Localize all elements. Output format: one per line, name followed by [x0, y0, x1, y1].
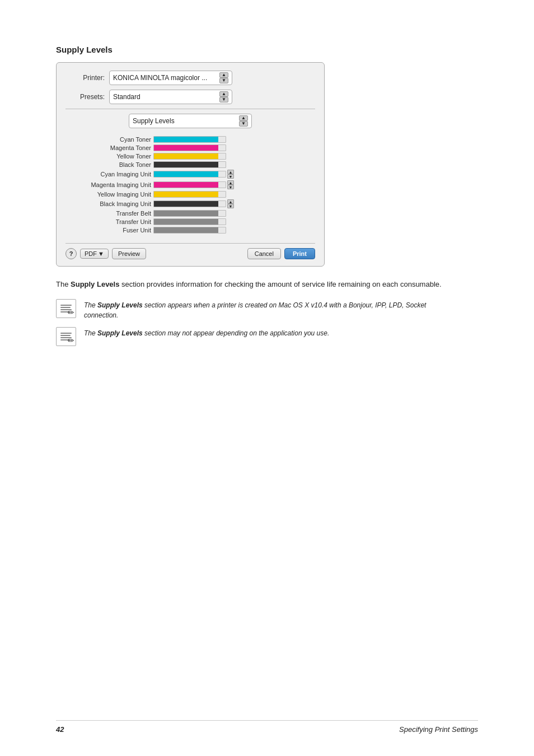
footer-page-number: 42	[56, 725, 64, 734]
bar-inner	[154, 182, 218, 188]
bar-inner	[154, 211, 218, 216]
bar-inner	[154, 137, 218, 142]
bar-label: Yellow Toner	[70, 153, 151, 160]
preview-button[interactable]: Preview	[112, 248, 146, 259]
presets-select[interactable]: Standard ▲ ▼	[109, 90, 232, 104]
divider-1	[65, 109, 315, 109]
bar-label: Magenta Imaging Unit	[70, 181, 151, 188]
note2-bold: Supply Levels	[97, 329, 143, 337]
note-text-1: The Supply Levels section appears when a…	[84, 299, 437, 320]
bar-stepper[interactable]: ▲▼	[227, 170, 234, 179]
bar-inner	[154, 192, 218, 197]
note-block-1: ✏ The Supply Levels section appears when…	[56, 299, 437, 320]
bar-label: Transfer Belt	[70, 210, 151, 217]
bar-outer	[153, 210, 226, 217]
bar-inner	[154, 171, 218, 177]
bar-outer	[153, 161, 226, 168]
printer-select[interactable]: KONICA MINOLTA magicolor ... ▲ ▼	[109, 71, 232, 85]
bar-label: Magenta Toner	[70, 144, 151, 151]
presets-label: Presets:	[65, 93, 105, 101]
printer-label: Printer:	[65, 74, 105, 82]
bar-outer	[153, 144, 226, 151]
dialog-toolbar: ? PDF ▼ Preview Cancel Print	[65, 243, 315, 259]
bar-outer	[153, 200, 226, 207]
note-block-2: ✏ The Supply Levels section may not appe…	[56, 327, 437, 347]
bar-stepper[interactable]: ▲▼	[227, 180, 234, 189]
supply-levels-select[interactable]: Supply Levels ▲ ▼	[129, 114, 252, 128]
bar-row: Cyan Imaging Unit▲▼	[70, 170, 311, 179]
presets-row: Presets: Standard ▲ ▼	[65, 90, 315, 104]
print-dialog: Printer: KONICA MINOLTA magicolor ... ▲ …	[56, 62, 325, 267]
footer-title: Specifying Print Settings	[399, 725, 478, 734]
presets-value: Standard	[113, 93, 217, 101]
printer-stepper[interactable]: ▲ ▼	[219, 72, 228, 83]
bar-label: Cyan Imaging Unit	[70, 171, 151, 178]
bar-outer	[153, 227, 226, 234]
bar-outer	[153, 218, 226, 225]
bar-row: Transfer Belt	[70, 210, 311, 217]
supply-levels-label: Supply Levels	[133, 117, 237, 125]
bar-outer	[153, 191, 226, 198]
bar-label: Yellow Imaging Unit	[70, 191, 151, 198]
presets-stepper-up[interactable]: ▲	[219, 91, 228, 97]
bar-inner	[154, 153, 218, 159]
supply-stepper[interactable]: ▲ ▼	[239, 115, 248, 127]
bar-row: Black Imaging Unit▲▼	[70, 199, 311, 208]
supply-stepper-down[interactable]: ▼	[239, 121, 248, 127]
bar-outer	[153, 153, 226, 160]
bar-row: Magenta Toner	[70, 144, 311, 151]
bar-row: Transfer Unit	[70, 218, 311, 225]
supply-stepper-up[interactable]: ▲	[239, 115, 248, 121]
bar-row: Cyan Toner	[70, 136, 311, 143]
pdf-label: PDF	[85, 250, 97, 257]
bars-container: Cyan TonerMagenta TonerYellow TonerBlack…	[65, 134, 315, 237]
page-footer: 42 Specifying Print Settings	[56, 720, 478, 734]
bar-label: Black Imaging Unit	[70, 200, 151, 207]
bar-row: Yellow Imaging Unit	[70, 191, 311, 198]
printer-value: KONICA MINOLTA magicolor ...	[113, 74, 217, 82]
bar-label: Transfer Unit	[70, 218, 151, 225]
bar-inner	[154, 227, 218, 233]
printer-stepper-up[interactable]: ▲	[219, 72, 228, 78]
section-title: Supply Levels	[56, 45, 478, 54]
bar-row: Fuser Unit	[70, 227, 311, 234]
printer-stepper-down[interactable]: ▼	[219, 78, 228, 83]
note-icon-1: ✏	[56, 299, 79, 319]
print-button[interactable]: Print	[284, 248, 315, 259]
presets-stepper[interactable]: ▲ ▼	[219, 91, 228, 102]
bar-outer	[153, 181, 226, 188]
presets-stepper-down[interactable]: ▼	[219, 97, 228, 102]
cancel-button[interactable]: Cancel	[247, 248, 281, 259]
bar-outer	[153, 136, 226, 143]
pdf-arrow-icon: ▼	[98, 250, 104, 257]
supply-levels-row: Supply Levels ▲ ▼	[65, 114, 315, 128]
bar-inner	[154, 201, 218, 207]
bar-inner	[154, 219, 218, 225]
description-text: The Supply Levels section provides infor…	[56, 279, 448, 290]
note-icon-2: ✏	[56, 327, 79, 347]
bar-label: Fuser Unit	[70, 227, 151, 234]
bar-row: Black Toner	[70, 161, 311, 168]
bar-row: Yellow Toner	[70, 153, 311, 160]
printer-row: Printer: KONICA MINOLTA magicolor ... ▲ …	[65, 71, 315, 85]
bar-inner	[154, 162, 218, 167]
bold-supply-levels-1: Supply Levels	[71, 280, 119, 288]
bar-label: Cyan Toner	[70, 136, 151, 143]
bar-stepper[interactable]: ▲▼	[227, 199, 234, 208]
bar-label: Black Toner	[70, 161, 151, 168]
note-text-2: The Supply Levels section may not appear…	[84, 327, 329, 338]
bar-row: Magenta Imaging Unit▲▼	[70, 180, 311, 189]
help-button[interactable]: ?	[65, 248, 77, 259]
note1-bold: Supply Levels	[97, 301, 143, 309]
bar-outer	[153, 171, 226, 178]
pdf-button[interactable]: PDF ▼	[80, 249, 109, 259]
bar-inner	[154, 145, 218, 151]
